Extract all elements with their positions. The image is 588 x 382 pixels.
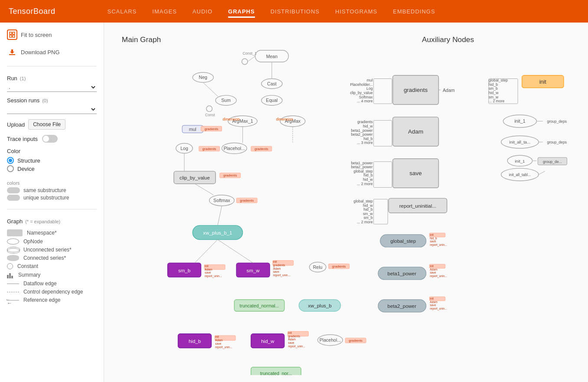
svg-line-164 [539, 171, 545, 175]
nav-images[interactable]: IMAGES [152, 8, 177, 15]
trace-inputs-section: Trace inputs [7, 135, 97, 143]
trace-inputs-label: Trace inputs [7, 136, 38, 142]
svg-text:Adam: Adam [443, 88, 455, 93]
svg-text:mul: mul [367, 78, 373, 82]
svg-text:init: init [273, 260, 277, 263]
svg-rect-130 [373, 121, 392, 147]
svg-text:sm_b: sm_b [178, 268, 190, 273]
svg-text:hid_w: hid_w [363, 203, 373, 208]
constant-label: Constant [17, 263, 38, 269]
graph-svg: Main Graph Auxiliary Nodes Mean Const_1 … [111, 29, 581, 375]
svg-text:truncated_nor...: truncated_nor... [260, 371, 292, 375]
svg-text:report_unin...: report_unin... [205, 274, 222, 278]
svg-text:global_step: global_step [353, 199, 372, 203]
unconnected-label: Unconnected series* [23, 247, 72, 253]
legend-constant: Constant [7, 263, 97, 269]
svg-text:Adam: Adam [408, 128, 423, 135]
nav-graphs[interactable]: GRAPHS [228, 8, 255, 15]
structure-radio-inner [9, 159, 12, 162]
reference-icon: ← [7, 300, 19, 300]
svg-text:gradients: gradients [404, 87, 428, 93]
svg-text:gradients: gradients [203, 147, 216, 151]
run-select[interactable]: . [7, 82, 97, 92]
svg-text:save: save [273, 270, 279, 273]
divider-2 [7, 209, 97, 209]
svg-text:dimension: dimension [222, 117, 240, 121]
svg-text:hid_b: hid_b [363, 173, 372, 177]
svg-text:hid_b: hid_b [363, 137, 372, 141]
svg-text:Adam: Adam [430, 300, 438, 304]
divider-1 [7, 66, 97, 66]
run-section: Run (1) . [7, 75, 97, 92]
content-area: Main Graph Auxiliary Nodes Mean Const_1 … [104, 23, 588, 382]
unique-substructure-label: unique substructure [23, 195, 69, 201]
unconnected-icon [7, 247, 19, 253]
nav-scalars[interactable]: SCALARS [108, 8, 137, 15]
svg-text:gradients: gradients [240, 199, 254, 202]
svg-rect-0 [10, 32, 12, 34]
choose-file-button[interactable]: Choose File [28, 119, 65, 130]
nav-audio[interactable]: AUDIO [193, 8, 212, 15]
legend-control: Control dependency edge [7, 289, 97, 295]
svg-line-19 [203, 82, 218, 96]
svg-text:Placehol...: Placehol... [224, 146, 245, 151]
download-png-button[interactable]: Download PNG [7, 45, 97, 59]
control-label: Control dependency edge [23, 289, 83, 295]
color-structure-option[interactable]: Structure [7, 157, 97, 164]
nav-distributions[interactable]: DISTRIBUTIONS [271, 8, 320, 15]
svg-text:init: init [430, 264, 434, 268]
svg-text:init: init [205, 264, 209, 268]
svg-text:init_all_ta...: init_all_ta... [510, 140, 531, 144]
svg-text:init_1: init_1 [515, 159, 525, 163]
svg-text:report_unin...: report_unin... [273, 274, 291, 277]
svg-text:Log: Log [180, 146, 188, 151]
svg-text:save: save [205, 271, 211, 274]
nav-histograms[interactable]: HISTOGRAMS [335, 8, 377, 15]
structure-radio[interactable] [7, 157, 14, 164]
opnode-label: OpNode [23, 238, 43, 245]
svg-text:Mean: Mean [266, 54, 278, 59]
svg-text:Adam: Adam [430, 268, 438, 271]
graph-container[interactable]: Main Graph Auxiliary Nodes Mean Const_1 … [104, 23, 588, 382]
download-icon [7, 47, 17, 57]
color-label: Color [7, 148, 97, 154]
svg-text:clip_by_value: clip_by_value [350, 91, 373, 95]
graph-legend: Graph (* = expandable) Namespace* OpNode… [7, 218, 97, 305]
svg-text:... 2 more: ... 2 more [489, 99, 505, 103]
session-select[interactable] [7, 104, 97, 114]
svg-text:hid_w: hid_w [363, 177, 373, 182]
same-substructure-label: same substructure [23, 187, 66, 193]
svg-text:hid_w: hid_w [489, 91, 499, 95]
upload-label: Upload [7, 121, 25, 128]
run-label: Run [7, 75, 17, 82]
legend-title: Graph [7, 218, 23, 225]
svg-line-94 [195, 240, 218, 263]
color-section: Color Structure Device [7, 148, 97, 173]
svg-text:beta1_power: beta1_power [351, 128, 373, 133]
svg-text:init: init [215, 335, 219, 338]
trace-inputs-toggle[interactable] [42, 135, 58, 143]
svg-text:xw_plus_b: xw_plus_b [308, 303, 331, 308]
svg-rect-4 [9, 54, 15, 55]
same-substructure-toggle[interactable] [7, 187, 20, 193]
svg-text:report_uninitial...: report_uninitial... [399, 203, 436, 209]
same-substructure-row: same substructure [7, 187, 97, 193]
svg-text:Neg: Neg [199, 75, 208, 80]
svg-text:gradients: gradients [357, 120, 373, 124]
unique-substructure-toggle[interactable] [7, 195, 20, 201]
summary-icon [7, 271, 14, 278]
device-radio[interactable] [7, 165, 14, 172]
legend-opnode: OpNode [7, 238, 97, 245]
color-device-option[interactable]: Device [7, 165, 97, 172]
svg-text:hid_w: hid_w [261, 339, 274, 344]
svg-text:Cast: Cast [267, 81, 277, 86]
colors-title: colors [7, 180, 97, 186]
svg-text:Adam: Adam [205, 268, 212, 271]
svg-text:... 3 more: ... 3 more [357, 140, 373, 145]
nav-embeddings[interactable]: EMBEDDINGS [393, 8, 435, 15]
svg-text:Adam: Adam [288, 338, 296, 341]
svg-text:init_1: init_1 [514, 118, 525, 124]
svg-text:group_de...: group_de... [543, 160, 562, 164]
fit-to-screen-button[interactable]: Fit to screen [7, 28, 97, 42]
svg-text:beta2_power: beta2_power [351, 132, 373, 137]
